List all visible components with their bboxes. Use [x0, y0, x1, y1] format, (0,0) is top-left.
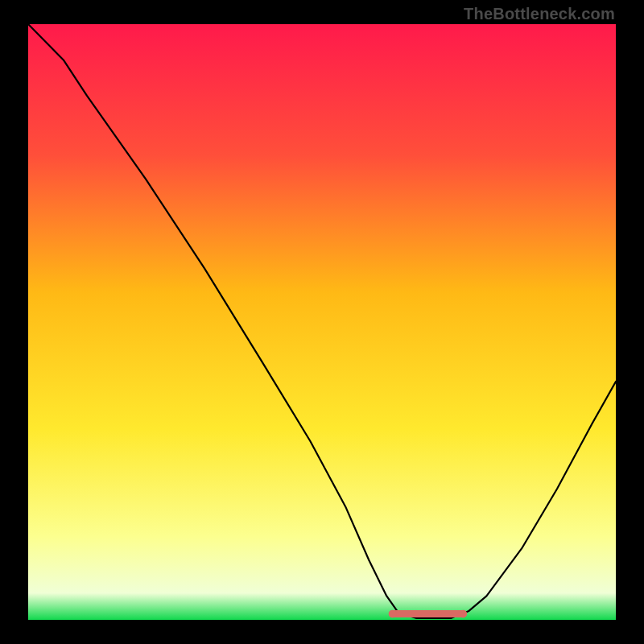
watermark-text: TheBottleneck.com — [464, 5, 615, 23]
optimal-range-marker — [389, 610, 468, 618]
svg-point-2 — [459, 610, 467, 618]
chart-svg — [28, 24, 616, 620]
chart-frame: TheBottleneck.com — [0, 0, 644, 644]
plot-area — [28, 24, 616, 620]
gradient-background — [28, 24, 616, 620]
svg-point-1 — [389, 610, 397, 618]
